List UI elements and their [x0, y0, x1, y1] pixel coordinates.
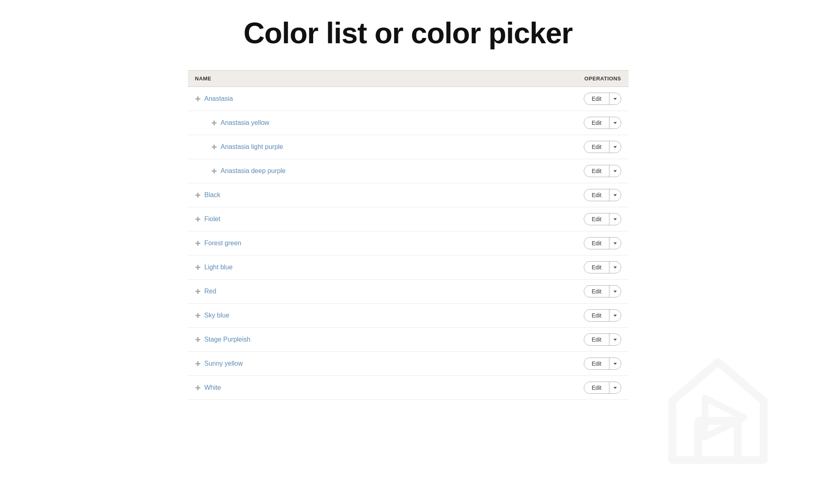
table-row: ✚RedEdit	[188, 280, 629, 304]
edit-dropdown-button[interactable]	[609, 189, 621, 201]
row-label-link[interactable]: Anastasia	[205, 95, 233, 102]
drag-handle-icon[interactable]: ✚	[195, 191, 200, 199]
chevron-down-icon	[614, 363, 617, 365]
row-label-link[interactable]: Light blue	[205, 264, 233, 271]
operations-cell: Edit	[584, 165, 621, 177]
chevron-down-icon	[614, 387, 617, 389]
table-row: ✚WhiteEdit	[188, 376, 629, 400]
drag-handle-icon[interactable]: ✚	[211, 119, 217, 127]
row-label-link[interactable]: Anastasia yellow	[221, 119, 269, 127]
operations-cell: Edit	[584, 213, 621, 225]
chevron-down-icon	[614, 218, 617, 220]
row-label-link[interactable]: Stage Purpleish	[205, 336, 251, 343]
edit-button[interactable]: Edit	[584, 262, 609, 273]
edit-dropdown-button[interactable]	[609, 286, 621, 297]
edit-button[interactable]: Edit	[584, 310, 609, 321]
drag-handle-icon[interactable]: ✚	[195, 336, 200, 344]
chevron-down-icon	[614, 291, 617, 293]
row-name-cell: ✚Light blue	[195, 264, 233, 271]
table-header: NAME OPERATIONS	[188, 70, 629, 87]
edit-dropdown-button[interactable]	[609, 382, 621, 393]
edit-button-group: Edit	[584, 333, 621, 346]
edit-button[interactable]: Edit	[584, 141, 609, 153]
edit-button[interactable]: Edit	[584, 334, 609, 345]
edit-button-group: Edit	[584, 261, 621, 273]
chevron-down-icon	[614, 194, 617, 196]
row-label-link[interactable]: Forest green	[205, 240, 242, 247]
table-row: ✚FioletEdit	[188, 207, 629, 231]
edit-button-group: Edit	[584, 141, 621, 153]
row-label-link[interactable]: White	[205, 384, 221, 391]
row-name-cell: ✚Stage Purpleish	[195, 336, 251, 344]
operations-cell: Edit	[584, 382, 621, 394]
edit-button[interactable]: Edit	[584, 238, 609, 249]
operations-cell: Edit	[584, 285, 621, 298]
drag-handle-icon[interactable]: ✚	[195, 288, 200, 295]
edit-button[interactable]: Edit	[584, 93, 609, 104]
row-name-cell: ✚Anastasia	[195, 95, 233, 103]
drag-handle-icon[interactable]: ✚	[195, 215, 200, 223]
edit-dropdown-button[interactable]	[609, 358, 621, 369]
edit-button-group: Edit	[584, 165, 621, 177]
row-label-link[interactable]: Sunny yellow	[205, 360, 243, 367]
chevron-down-icon	[614, 146, 617, 148]
table-row: ✚Sky blueEdit	[188, 304, 629, 328]
edit-button-group: Edit	[584, 357, 621, 370]
edit-button[interactable]: Edit	[584, 189, 609, 201]
row-label-link[interactable]: Red	[205, 288, 216, 295]
row-name-cell: ✚Sunny yellow	[195, 360, 243, 368]
edit-dropdown-button[interactable]	[609, 117, 621, 129]
table-row: ✚Forest greenEdit	[188, 231, 629, 255]
column-header-operations: OPERATIONS	[585, 75, 621, 82]
row-name-cell: ✚Anastasia deep purple	[195, 167, 286, 175]
edit-button-group: Edit	[584, 213, 621, 225]
table-row: ✚Anastasia yellowEdit	[188, 111, 629, 135]
edit-dropdown-button[interactable]	[609, 141, 621, 153]
row-name-cell: ✚Anastasia yellow	[195, 119, 269, 127]
edit-dropdown-button[interactable]	[609, 310, 621, 321]
row-label-link[interactable]: Fiolet	[205, 215, 220, 223]
operations-cell: Edit	[584, 189, 621, 201]
drag-handle-icon[interactable]: ✚	[195, 240, 200, 247]
drag-handle-icon[interactable]: ✚	[195, 312, 200, 320]
column-header-name: NAME	[195, 75, 211, 82]
edit-button-group: Edit	[584, 93, 621, 105]
chevron-down-icon	[614, 339, 617, 341]
page-title: Color list or color picker	[0, 0, 816, 70]
operations-cell: Edit	[584, 117, 621, 129]
drag-handle-icon[interactable]: ✚	[195, 384, 200, 392]
chevron-down-icon	[614, 170, 617, 172]
edit-button[interactable]: Edit	[584, 286, 609, 297]
edit-dropdown-button[interactable]	[609, 213, 621, 225]
edit-dropdown-button[interactable]	[609, 93, 621, 104]
edit-button[interactable]: Edit	[584, 213, 609, 225]
edit-button[interactable]: Edit	[584, 382, 609, 393]
edit-dropdown-button[interactable]	[609, 165, 621, 177]
row-label-link[interactable]: Black	[205, 191, 220, 199]
chevron-down-icon	[614, 98, 617, 100]
drag-handle-icon[interactable]: ✚	[195, 360, 200, 368]
operations-cell: Edit	[584, 237, 621, 249]
edit-dropdown-button[interactable]	[609, 334, 621, 345]
edit-button[interactable]: Edit	[584, 117, 609, 129]
table-row: ✚Stage PurpleishEdit	[188, 328, 629, 352]
row-name-cell: ✚Sky blue	[195, 312, 229, 320]
drag-handle-icon[interactable]: ✚	[195, 264, 200, 271]
row-name-cell: ✚Fiolet	[195, 215, 220, 223]
drag-handle-icon[interactable]: ✚	[195, 95, 200, 103]
edit-dropdown-button[interactable]	[609, 238, 621, 249]
row-label-link[interactable]: Anastasia light purple	[221, 143, 283, 151]
edit-dropdown-button[interactable]	[609, 262, 621, 273]
table-body: ✚AnastasiaEdit✚Anastasia yellowEdit✚Anas…	[188, 87, 629, 400]
edit-button-group: Edit	[584, 309, 621, 322]
row-label-link[interactable]: Sky blue	[205, 312, 229, 319]
row-name-cell: ✚Black	[195, 191, 220, 199]
chevron-down-icon	[614, 122, 617, 124]
row-label-link[interactable]: Anastasia deep purple	[221, 167, 286, 175]
operations-cell: Edit	[584, 333, 621, 346]
edit-button[interactable]: Edit	[584, 165, 609, 177]
drag-handle-icon[interactable]: ✚	[211, 143, 217, 151]
edit-button[interactable]: Edit	[584, 358, 609, 369]
table-row: ✚Anastasia light purpleEdit	[188, 135, 629, 159]
drag-handle-icon[interactable]: ✚	[211, 167, 217, 175]
